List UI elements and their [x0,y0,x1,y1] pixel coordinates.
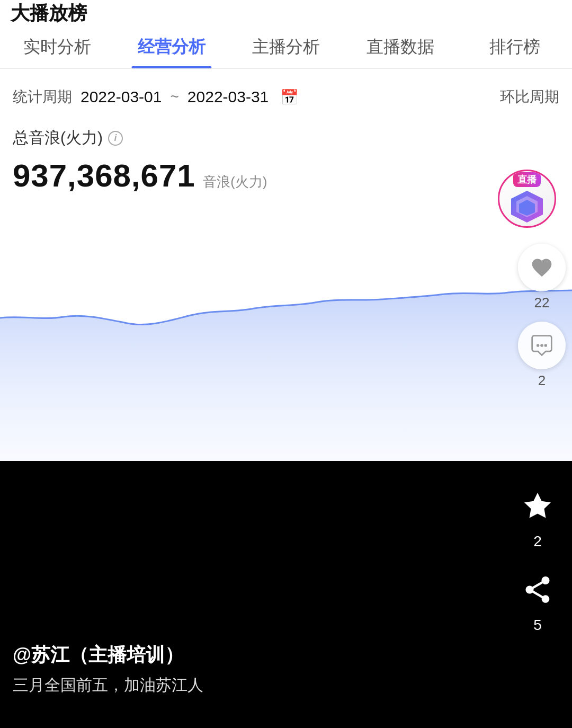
side-actions: 22 2 [518,244,566,399]
calendar-icon[interactable]: 📅 [280,88,299,106]
chart-svg [0,223,572,461]
live-badge[interactable]: 直播 [498,170,556,228]
comment-icon [530,334,553,357]
comment-button[interactable] [518,322,566,369]
metric-title-row: 总音浪(火力) i [13,127,487,149]
svg-point-5 [544,344,548,347]
user-info: @苏江（主播培训） 三月全国前五，加油苏江人 [13,642,487,696]
tab-anchor[interactable]: 主播分析 [229,35,343,68]
live-badge-label: 直播 [513,172,541,187]
bottom-area: 2 5 @苏江（主播培训） 三月全国前五，加油苏江人 [0,461,572,728]
tab-operation[interactable]: 经营分析 [114,35,229,68]
page-title: 大播放榜 [11,1,87,26]
metric-title-text: 总音浪(火力) [13,127,103,149]
user-description: 三月全国前五，加油苏江人 [13,674,487,696]
tab-live-data[interactable]: 直播数据 [343,35,458,68]
date-end[interactable]: 2022-03-31 [187,88,269,106]
like-button[interactable] [518,244,566,291]
metric-value-row: 937,368,671 音浪(火力) [13,157,487,194]
heart-icon [530,256,553,279]
date-row: 统计周期 2022-03-01 ~ 2022-03-31 📅 环比周期 [0,78,572,116]
info-icon[interactable]: i [108,131,123,146]
svg-point-4 [540,344,543,347]
chart-area [0,223,572,461]
tab-row: 实时分析 经营分析 主播分析 直播数据 排行榜 [0,26,572,69]
top-content-area: 大播放榜 实时分析 经营分析 主播分析 直播数据 排行榜 统计周期 2022-0… [0,0,572,461]
favorite-button[interactable] [514,482,561,530]
like-count: 22 [534,295,550,311]
page-title-bar: 大播放榜 [0,0,159,26]
period-label: 环比周期 [500,87,559,107]
date-start[interactable]: 2022-03-01 [81,88,162,106]
share-button[interactable] [514,566,561,614]
live-badge-icon [508,188,546,225]
star-icon [522,490,553,522]
metric-value: 937,368,671 [13,158,195,193]
favorite-count: 2 [533,533,542,550]
user-handle[interactable]: @苏江（主播培训） [13,642,487,668]
metric-unit: 音浪(火力) [203,174,267,190]
date-filter-label: 统计周期 [13,87,72,107]
metric-section: 总音浪(火力) i 937,368,671 音浪(火力) [13,127,487,194]
share-count: 5 [533,617,542,634]
svg-point-3 [537,344,540,347]
share-icon [522,574,553,606]
tab-realtime[interactable]: 实时分析 [0,35,114,68]
date-tilde: ~ [170,88,178,105]
tab-ranking[interactable]: 排行榜 [458,35,572,68]
bottom-side-actions: 2 5 [514,482,561,650]
comment-count: 2 [538,372,546,389]
